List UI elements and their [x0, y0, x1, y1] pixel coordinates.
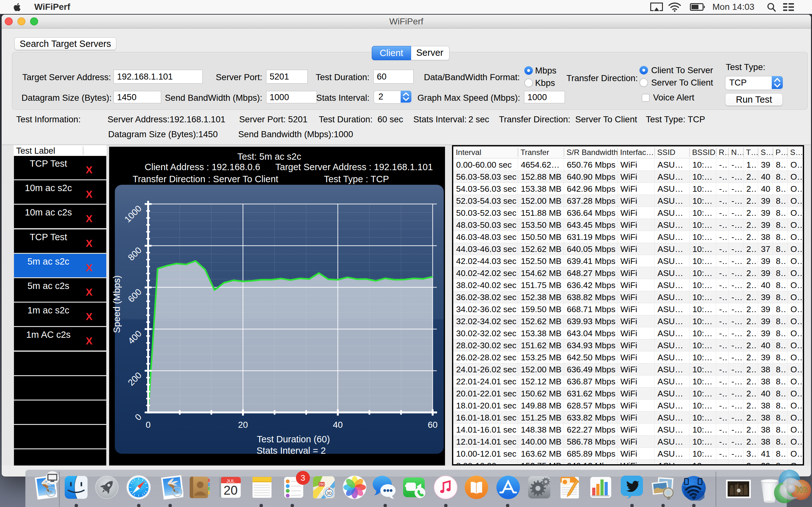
svg-text:Test Type : TCP: Test Type : TCP [324, 174, 389, 184]
svg-text:Target Server Address : 192.16: Target Server Address : 192.168.1.101 [275, 162, 433, 172]
svg-text:40: 40 [333, 420, 343, 430]
svg-text:20: 20 [238, 420, 248, 430]
svg-text:280: 280 [319, 482, 324, 486]
svg-text:Test: 5m ac s2c: Test: 5m ac s2c [237, 152, 301, 162]
svg-text:3: 3 [301, 473, 305, 483]
svg-text:Speed (Mbps): Speed (Mbps) [112, 275, 122, 333]
svg-text:0: 0 [146, 420, 151, 430]
svg-text:Transfer Direction : Server To: Transfer Direction : Server To Client [133, 174, 278, 184]
svg-text:Client Address : 192.168.0.6: Client Address : 192.168.0.6 [145, 162, 260, 172]
svg-text:3D: 3D [327, 491, 332, 496]
svg-text:Test Duration (60): Test Duration (60) [257, 434, 330, 444]
svg-text:Stats Interval = 2: Stats Interval = 2 [257, 446, 326, 456]
svg-text:JUL: JUL [226, 478, 235, 484]
svg-text:KG: KG [797, 486, 808, 494]
svg-text:60: 60 [427, 420, 438, 430]
svg-text:20: 20 [223, 483, 238, 497]
